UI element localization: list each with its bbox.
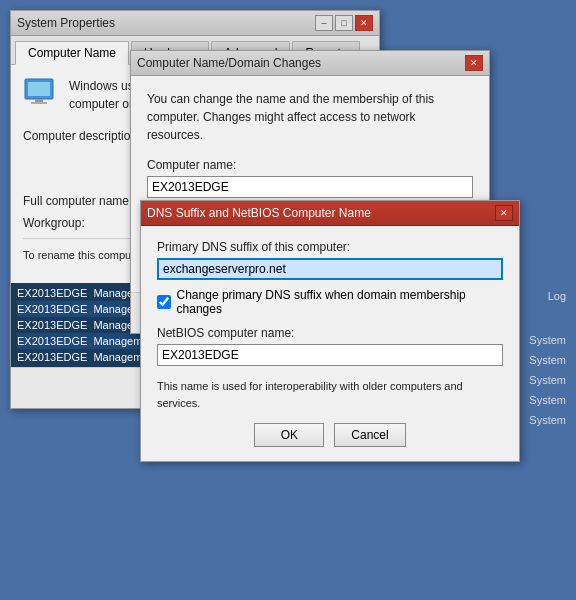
sys-props-controls: – □ ✕: [315, 15, 373, 31]
sys-props-close[interactable]: ✕: [355, 15, 373, 31]
svg-rect-3: [31, 102, 47, 104]
sys-props-minimize[interactable]: –: [315, 15, 333, 31]
side-labels: Log: [548, 290, 566, 320]
system-properties-title: System Properties: [17, 16, 115, 30]
cat-4: System: [529, 390, 566, 410]
dns-note: This name is used for interoperability w…: [157, 378, 503, 411]
side-label-log: Log: [548, 290, 566, 302]
system-properties-titlebar: System Properties – □ ✕: [11, 11, 379, 36]
dns-suffix-buttons: OK Cancel: [157, 423, 503, 447]
dns-suffix-window: DNS Suffix and NetBIOS Computer Name ✕ P…: [140, 200, 520, 462]
side-category-labels: System System System System System: [529, 330, 566, 430]
primary-dns-label: Primary DNS suffix of this computer:: [157, 240, 503, 254]
dns-suffix-controls: ✕: [495, 205, 513, 221]
computer-name-field-label: Computer name:: [147, 158, 473, 172]
cn-domain-titlebar: Computer Name/Domain Changes ✕: [131, 51, 489, 76]
netbios-group: NetBIOS computer name:: [157, 326, 503, 366]
svg-rect-1: [28, 82, 50, 96]
cat-2: System: [529, 350, 566, 370]
dns-suffix-titlebar: DNS Suffix and NetBIOS Computer Name ✕: [141, 201, 519, 226]
cn-domain-controls: ✕: [465, 55, 483, 71]
change-primary-checkbox[interactable]: [157, 295, 171, 309]
change-primary-label: Change primary DNS suffix when domain me…: [177, 288, 503, 316]
svg-rect-2: [35, 99, 43, 102]
computer-icon: [23, 77, 59, 109]
cat-5: System: [529, 410, 566, 430]
cn-domain-title: Computer Name/Domain Changes: [137, 56, 321, 70]
cn-domain-close[interactable]: ✕: [465, 55, 483, 71]
tab-computer-name[interactable]: Computer Name: [15, 41, 129, 65]
cn-domain-desc: You can change the name and the membersh…: [147, 90, 473, 144]
dns-suffix-close[interactable]: ✕: [495, 205, 513, 221]
dns-suffix-content: Primary DNS suffix of this computer: Cha…: [141, 226, 519, 461]
computer-name-field[interactable]: [147, 176, 473, 198]
dns-suffix-title: DNS Suffix and NetBIOS Computer Name: [147, 206, 371, 220]
netbios-input[interactable]: [157, 344, 503, 366]
dns-ok-button[interactable]: OK: [254, 423, 324, 447]
change-primary-row: Change primary DNS suffix when domain me…: [157, 288, 503, 316]
sys-props-maximize[interactable]: □: [335, 15, 353, 31]
primary-dns-input[interactable]: [157, 258, 503, 280]
netbios-label: NetBIOS computer name:: [157, 326, 503, 340]
cat-1: System: [529, 330, 566, 350]
cat-3: System: [529, 370, 566, 390]
dns-cancel-button[interactable]: Cancel: [334, 423, 405, 447]
computer-name-group: Computer name:: [147, 158, 473, 198]
